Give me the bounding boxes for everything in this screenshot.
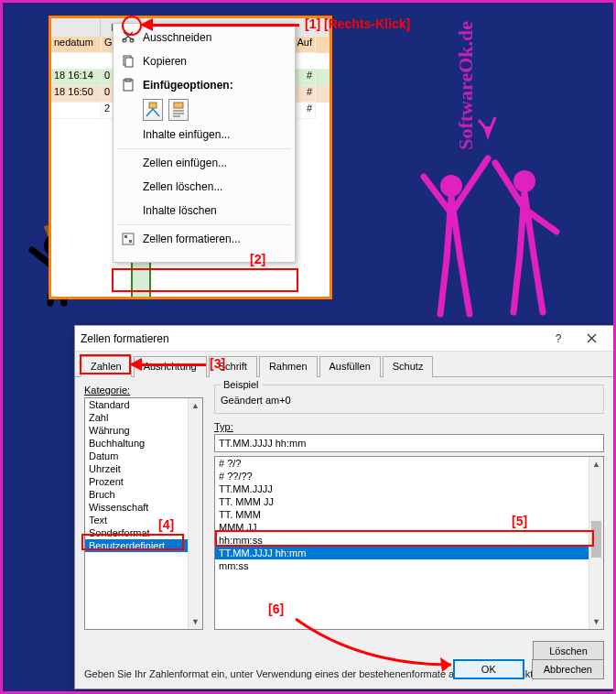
ctx-copy-label: Kopieren [143, 55, 187, 68]
category-item[interactable]: Wissenschaft [85, 501, 202, 514]
svg-rect-8 [125, 79, 131, 81]
format-listbox[interactable]: # ?/? # ??/?? TT.MM.JJJJ TT. MMM JJ TT. … [214, 456, 604, 630]
scroll-down-icon[interactable]: ▼ [589, 614, 603, 629]
category-label: Kategorie: [84, 385, 203, 396]
ctx-cut-label: Ausschneiden [143, 31, 211, 44]
category-item[interactable]: Buchhaltung [85, 437, 202, 450]
data-cell[interactable]: 18 16:14 [51, 70, 102, 86]
ctx-copy[interactable]: Kopieren [113, 49, 295, 73]
format-item[interactable]: # ??/?? [215, 470, 603, 483]
category-item[interactable]: Sonderformat [85, 526, 202, 539]
tab-schutz[interactable]: Schutz [383, 356, 434, 377]
format-item[interactable]: TT.MM.JJJJ [215, 483, 603, 495]
svg-rect-16 [129, 240, 132, 243]
scroll-up-icon[interactable]: ▲ [189, 398, 202, 413]
ctx-delete-cells[interactable]: Zellen löschen... [113, 175, 295, 199]
tab-ausrichtung[interactable]: Ausrichtung [134, 356, 207, 377]
dialog-close-button[interactable] [575, 329, 608, 349]
tab-zahlen[interactable]: Zahlen [81, 356, 132, 377]
format-cells-dialog: Zellen formatieren ? Zahlen Ausrichtung … [74, 325, 614, 689]
delete-button[interactable]: Löschen [533, 641, 604, 661]
copy-icon [117, 52, 139, 70]
svg-rect-10 [174, 103, 183, 108]
type-label: Typ: [214, 421, 604, 432]
watermark-text-2: SoftwareOk.de [454, 21, 478, 150]
format-item[interactable]: mm:ss [215, 559, 603, 572]
ctx-paste-special[interactable]: Inhalte einfügen... [113, 123, 295, 146]
paste-option-2[interactable] [168, 99, 189, 121]
format-item[interactable]: # ?/? [215, 457, 603, 470]
paste-option-1[interactable] [143, 99, 163, 121]
ctx-clear-contents[interactable]: Inhalte löschen [113, 199, 295, 222]
scroll-up-icon[interactable]: ▲ [589, 457, 603, 472]
cancel-button[interactable]: Abbrechen [532, 659, 604, 679]
sample-groupbox: Beispiel Geändert am+0 [214, 385, 604, 414]
ok-button[interactable]: OK [453, 659, 524, 679]
col-header-blank [51, 18, 101, 37]
dancing-figures-graphic [396, 113, 579, 323]
ctx-format-cells[interactable]: Zellen formatieren... [113, 227, 295, 251]
svg-rect-15 [124, 235, 127, 238]
header-cell: nedatum [51, 37, 102, 53]
scrollbar-thumb[interactable] [591, 521, 601, 558]
category-item[interactable]: Datum [85, 450, 202, 462]
listbox-scrollbar[interactable]: ▲ ▼ [188, 398, 202, 629]
ctx-separator [117, 148, 291, 149]
category-item[interactable]: Prozent [85, 475, 202, 488]
tab-schrift[interactable]: Schrift [209, 356, 257, 377]
dialog-help-button[interactable]: ? [542, 329, 575, 349]
ctx-paste-icon-row [113, 97, 295, 123]
ctx-separator [117, 224, 291, 225]
ctx-clear-contents-label: Inhalte löschen [143, 204, 217, 217]
close-icon [587, 333, 597, 343]
ctx-insert-cells-label: Zellen einfügen... [143, 157, 227, 169]
format-item-selected[interactable]: TT.MM.JJJJ hh:mm [215, 547, 603, 559]
blank-icon [117, 125, 139, 144]
category-item[interactable]: Zahl [85, 411, 202, 424]
scissors-icon [117, 28, 139, 47]
blank-icon [117, 154, 139, 172]
ctx-insert-cells[interactable]: Zellen einfügen... [113, 151, 295, 175]
dialog-titlebar[interactable]: Zellen formatieren ? [75, 326, 613, 352]
category-item[interactable]: Währung [85, 424, 202, 437]
category-item[interactable]: Standard [85, 398, 202, 411]
sample-value: Geändert am+0 [221, 389, 598, 406]
type-input[interactable] [214, 434, 604, 452]
category-listbox[interactable]: Standard Zahl Währung Buchhaltung Datum … [84, 397, 203, 630]
clipboard-icon [117, 76, 139, 94]
scroll-down-icon[interactable]: ▼ [189, 614, 202, 629]
format-cells-icon [117, 230, 139, 248]
tab-rahmen[interactable]: Rahmen [259, 356, 318, 377]
blank-icon [117, 178, 139, 196]
format-item[interactable]: TT. MMM JJ [215, 495, 603, 508]
context-menu: Ausschneiden Kopieren Einfügeoptionen: I… [113, 23, 296, 263]
sample-label: Beispiel [221, 379, 262, 390]
svg-rect-9 [149, 103, 157, 108]
svg-point-0 [440, 175, 462, 197]
ctx-cut[interactable]: Ausschneiden [113, 26, 295, 49]
svg-rect-6 [125, 58, 133, 67]
format-item[interactable]: TT. MMM [215, 508, 603, 521]
ctx-paste-special-label: Inhalte einfügen... [143, 128, 230, 141]
ctx-delete-cells-label: Zellen löschen... [143, 180, 222, 193]
dialog-title: Zellen formatieren [81, 332, 542, 345]
category-item-selected[interactable]: Benutzerdefiniert [85, 539, 202, 552]
dialog-tabs: Zahlen Ausrichtung Schrift Rahmen Ausfül… [75, 352, 613, 377]
category-item[interactable]: Bruch [85, 488, 202, 501]
tab-ausfuellen[interactable]: Ausfüllen [319, 356, 381, 377]
ctx-paste-options-label: Einfügeoptionen: [143, 79, 233, 92]
svg-point-1 [513, 170, 535, 192]
svg-rect-14 [123, 233, 134, 244]
category-item[interactable]: Text [85, 514, 202, 526]
ctx-paste-options-header: Einfügeoptionen: [113, 73, 295, 97]
format-item[interactable]: MMM JJ [215, 521, 603, 534]
format-scrollbar[interactable]: ▲ ▼ [589, 457, 603, 629]
ctx-format-cells-label: Zellen formatieren... [143, 233, 241, 245]
format-item[interactable]: hh:mm:ss [215, 534, 603, 547]
data-cell[interactable]: 18 16:50 [51, 86, 102, 103]
blank-icon [117, 201, 139, 220]
category-item[interactable]: Uhrzeit [85, 462, 202, 475]
